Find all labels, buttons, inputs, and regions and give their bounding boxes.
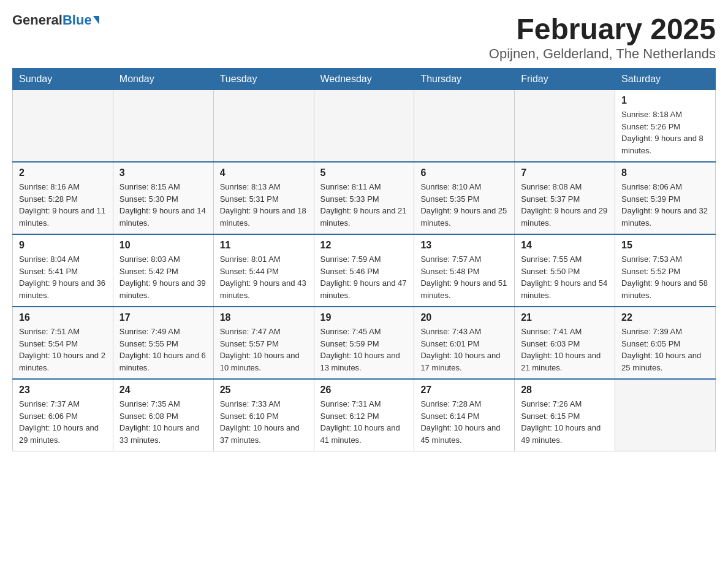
calendar-cell: 5Sunrise: 8:11 AMSunset: 5:33 PMDaylight… — [314, 162, 414, 234]
day-info: Sunrise: 7:45 AMSunset: 5:59 PMDaylight:… — [320, 326, 408, 373]
day-info-line: Sunrise: 8:01 AM — [220, 253, 308, 266]
day-info: Sunrise: 7:35 AMSunset: 6:08 PMDaylight:… — [119, 398, 207, 446]
calendar-week-row: 9Sunrise: 8:04 AMSunset: 5:41 PMDaylight… — [13, 234, 716, 307]
day-info-line: Sunrise: 7:33 AM — [220, 398, 308, 410]
calendar-cell: 16Sunrise: 7:51 AMSunset: 5:54 PMDayligh… — [13, 307, 113, 379]
day-number: 14 — [521, 240, 609, 251]
day-info-line: Daylight: 9 hours and 58 minutes. — [621, 277, 709, 301]
day-number: 12 — [320, 240, 408, 251]
day-info-line: Sunset: 6:10 PM — [220, 410, 308, 423]
calendar-cell — [113, 90, 213, 163]
day-info: Sunrise: 7:53 AMSunset: 5:52 PMDaylight:… — [621, 253, 709, 301]
day-info-line: Sunrise: 8:04 AM — [19, 253, 107, 266]
day-info-line: Daylight: 9 hours and 54 minutes. — [521, 277, 609, 301]
day-info-line: Sunset: 6:05 PM — [621, 338, 709, 350]
day-info-line: Sunrise: 8:15 AM — [119, 181, 207, 193]
calendar-header-row: SundayMondayTuesdayWednesdayThursdayFrid… — [13, 69, 716, 90]
day-info-line: Daylight: 10 hours and 41 minutes. — [320, 422, 408, 446]
day-number: 26 — [320, 385, 408, 396]
day-info-line: Daylight: 9 hours and 36 minutes. — [19, 277, 107, 301]
day-info-line: Daylight: 9 hours and 25 minutes. — [420, 205, 508, 229]
day-info: Sunrise: 8:13 AMSunset: 5:31 PMDaylight:… — [220, 181, 308, 229]
day-info: Sunrise: 8:08 AMSunset: 5:37 PMDaylight:… — [521, 181, 609, 229]
day-number: 4 — [220, 167, 308, 178]
calendar-cell — [13, 90, 113, 163]
day-of-week-header: Wednesday — [314, 69, 414, 90]
day-number: 11 — [220, 240, 308, 251]
calendar-cell: 25Sunrise: 7:33 AMSunset: 6:10 PMDayligh… — [213, 379, 314, 451]
day-info-line: Sunrise: 8:06 AM — [621, 181, 709, 193]
calendar-cell: 22Sunrise: 7:39 AMSunset: 6:05 PMDayligh… — [615, 307, 716, 379]
day-info: Sunrise: 8:11 AMSunset: 5:33 PMDaylight:… — [320, 181, 408, 229]
day-info-line: Sunrise: 7:41 AM — [521, 326, 609, 338]
day-info-line: Daylight: 10 hours and 13 minutes. — [320, 350, 408, 373]
day-of-week-header: Sunday — [13, 69, 113, 90]
day-info-line: Sunset: 5:31 PM — [220, 193, 308, 205]
day-info-line: Daylight: 9 hours and 32 minutes. — [621, 205, 709, 229]
day-number: 25 — [220, 385, 308, 396]
day-info-line: Sunset: 6:01 PM — [420, 338, 508, 350]
calendar-cell: 7Sunrise: 8:08 AMSunset: 5:37 PMDaylight… — [515, 162, 615, 234]
day-number: 28 — [521, 385, 609, 396]
calendar-cell: 6Sunrise: 8:10 AMSunset: 5:35 PMDaylight… — [414, 162, 515, 234]
day-info: Sunrise: 8:01 AMSunset: 5:44 PMDaylight:… — [220, 253, 308, 301]
calendar-cell — [615, 379, 716, 451]
day-info-line: Sunset: 5:50 PM — [521, 266, 609, 278]
calendar-cell — [414, 90, 515, 163]
day-number: 2 — [19, 167, 107, 178]
calendar-cell: 8Sunrise: 8:06 AMSunset: 5:39 PMDaylight… — [615, 162, 716, 234]
calendar-cell: 14Sunrise: 7:55 AMSunset: 5:50 PMDayligh… — [515, 234, 615, 307]
calendar-cell: 3Sunrise: 8:15 AMSunset: 5:30 PMDaylight… — [113, 162, 213, 234]
day-number: 20 — [420, 312, 508, 323]
day-info: Sunrise: 8:06 AMSunset: 5:39 PMDaylight:… — [621, 181, 709, 229]
calendar-cell: 26Sunrise: 7:31 AMSunset: 6:12 PMDayligh… — [314, 379, 414, 451]
day-number: 21 — [521, 312, 609, 323]
day-number: 15 — [621, 240, 709, 251]
day-info-line: Sunrise: 7:45 AM — [320, 326, 408, 338]
calendar-table: SundayMondayTuesdayWednesdayThursdayFrid… — [12, 68, 716, 451]
day-info-line: Sunrise: 7:57 AM — [420, 253, 508, 266]
calendar-cell: 20Sunrise: 7:43 AMSunset: 6:01 PMDayligh… — [414, 307, 515, 379]
day-info-line: Sunrise: 8:03 AM — [119, 253, 207, 266]
day-number: 27 — [420, 385, 508, 396]
day-info-line: Sunrise: 7:53 AM — [621, 253, 709, 266]
day-info-line: Sunset: 5:57 PM — [220, 338, 308, 350]
day-info-line: Daylight: 10 hours and 37 minutes. — [220, 422, 308, 446]
day-number: 16 — [19, 312, 107, 323]
day-number: 9 — [19, 240, 107, 251]
calendar-cell: 18Sunrise: 7:47 AMSunset: 5:57 PMDayligh… — [213, 307, 314, 379]
day-info-line: Sunrise: 7:28 AM — [420, 398, 508, 410]
day-info: Sunrise: 8:16 AMSunset: 5:28 PMDaylight:… — [19, 181, 107, 229]
day-info-line: Daylight: 10 hours and 49 minutes. — [521, 422, 609, 446]
calendar-cell: 9Sunrise: 8:04 AMSunset: 5:41 PMDaylight… — [13, 234, 113, 307]
day-info: Sunrise: 7:51 AMSunset: 5:54 PMDaylight:… — [19, 326, 107, 373]
calendar-cell: 28Sunrise: 7:26 AMSunset: 6:15 PMDayligh… — [515, 379, 615, 451]
day-info-line: Sunrise: 7:55 AM — [521, 253, 609, 266]
day-info-line: Sunset: 6:06 PM — [19, 410, 107, 423]
calendar-week-row: 2Sunrise: 8:16 AMSunset: 5:28 PMDaylight… — [13, 162, 716, 234]
calendar-cell: 15Sunrise: 7:53 AMSunset: 5:52 PMDayligh… — [615, 234, 716, 307]
day-info-line: Sunset: 5:42 PM — [119, 266, 207, 278]
day-info-line: Sunset: 6:03 PM — [521, 338, 609, 350]
day-info-line: Daylight: 9 hours and 47 minutes. — [320, 277, 408, 301]
day-info-line: Sunset: 5:54 PM — [19, 338, 107, 350]
day-info-line: Daylight: 10 hours and 21 minutes. — [521, 350, 609, 373]
page-header: GeneralBlue February 2025 Opijnen, Gelde… — [12, 12, 716, 62]
day-info: Sunrise: 7:37 AMSunset: 6:06 PMDaylight:… — [19, 398, 107, 446]
day-number: 5 — [320, 167, 408, 178]
calendar-cell — [213, 90, 314, 163]
day-info-line: Sunset: 5:30 PM — [119, 193, 207, 205]
day-info: Sunrise: 7:28 AMSunset: 6:14 PMDaylight:… — [420, 398, 508, 446]
day-number: 24 — [119, 385, 207, 396]
calendar-cell: 27Sunrise: 7:28 AMSunset: 6:14 PMDayligh… — [414, 379, 515, 451]
day-number: 3 — [119, 167, 207, 178]
calendar-cell: 13Sunrise: 7:57 AMSunset: 5:48 PMDayligh… — [414, 234, 515, 307]
calendar-cell: 19Sunrise: 7:45 AMSunset: 5:59 PMDayligh… — [314, 307, 414, 379]
day-info-line: Sunset: 6:08 PM — [119, 410, 207, 423]
day-info-line: Sunrise: 8:18 AM — [621, 109, 709, 121]
day-info-line: Daylight: 10 hours and 2 minutes. — [19, 350, 107, 373]
day-info: Sunrise: 7:43 AMSunset: 6:01 PMDaylight:… — [420, 326, 508, 373]
day-info-line: Sunrise: 8:11 AM — [320, 181, 408, 193]
day-info-line: Daylight: 9 hours and 29 minutes. — [521, 205, 609, 229]
day-info-line: Daylight: 9 hours and 21 minutes. — [320, 205, 408, 229]
